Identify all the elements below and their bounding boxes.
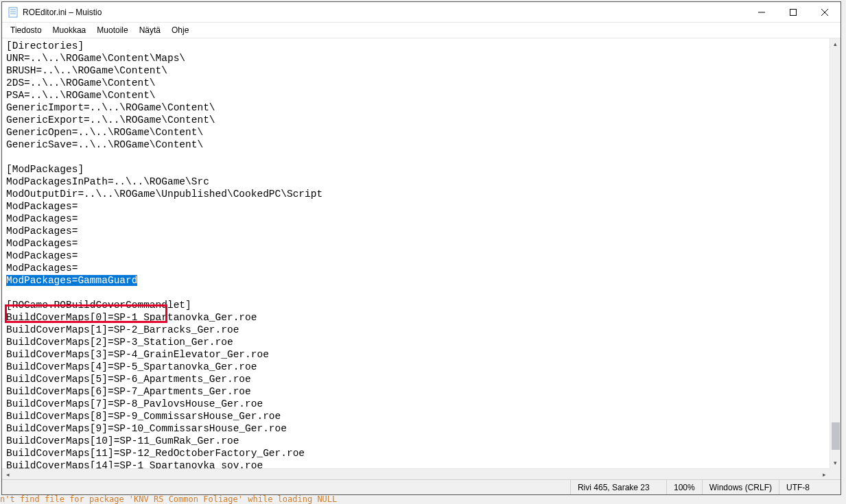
vertical-scroll-thumb[interactable] [832,422,840,450]
minimize-icon [758,9,765,16]
menu-view[interactable]: Näytä [134,24,166,36]
status-encoding: UTF-8 [779,480,841,494]
close-icon [821,9,828,16]
status-line-ending: Windows (CRLF) [702,480,779,494]
menu-edit[interactable]: Muokkaa [47,24,92,36]
menubar: Tiedosto Muokkaa Muotoile Näytä Ohje [2,23,841,38]
app-icon [8,7,19,18]
vertical-scrollbar[interactable]: ▴ ▾ [830,38,841,468]
horizontal-scrollbar[interactable]: ◂ ▸ [2,468,830,479]
maximize-icon [790,9,797,16]
text-editor[interactable]: [Directories] UNR=..\..\ROGame\Content\M… [2,38,830,468]
svg-rect-5 [790,9,797,15]
minimize-button[interactable] [746,2,777,22]
titlebar[interactable]: ROEditor.ini – Muistio [2,2,841,23]
editor-text-after: [ROGame.ROBuildCoverCommandlet] BuildCov… [6,300,305,468]
scroll-right-button[interactable]: ▸ [819,469,830,479]
status-position: Rivi 465, Sarake 23 [570,480,666,494]
close-button[interactable] [809,2,841,22]
svg-rect-0 [9,8,17,17]
editor-area: [Directories] UNR=..\..\ROGame\Content\M… [2,38,841,479]
statusbar: Rivi 465, Sarake 23 100% Windows (CRLF) … [2,479,841,494]
maximize-button[interactable] [777,2,809,22]
status-zoom[interactable]: 100% [666,480,702,494]
menu-format[interactable]: Muotoile [91,24,133,36]
editor-text-before: [Directories] UNR=..\..\ROGame\Content\M… [6,40,322,274]
window-title: ROEditor.ini – Muistio [23,8,746,17]
editor-selected-text: ModPackages=GammaGuard [6,275,137,286]
scroll-corner [830,468,841,479]
menu-help[interactable]: Ohje [166,24,194,36]
scroll-left-button[interactable]: ◂ [2,469,13,479]
menu-file[interactable]: Tiedosto [5,24,47,36]
scroll-down-button[interactable]: ▾ [830,457,841,468]
scroll-up-button[interactable]: ▴ [830,38,841,49]
notepad-window: ROEditor.ini – Muistio Tiedosto Muokkaa … [1,1,841,495]
